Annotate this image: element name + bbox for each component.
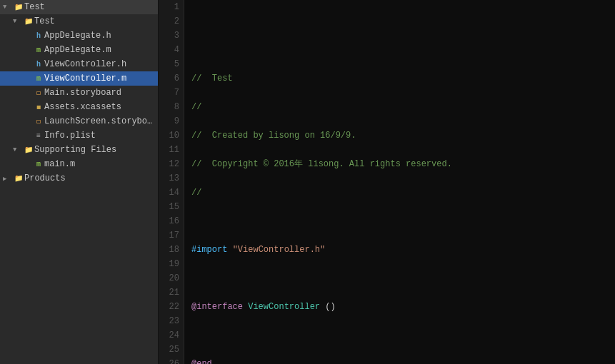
sidebar-item-label: AppDelegate.m	[44, 45, 155, 55]
line-num-10: 10	[159, 128, 179, 143]
line-num-2: 2	[159, 14, 179, 29]
line-num-14: 14	[159, 186, 179, 200]
storyboard-file-icon: ◻	[33, 89, 44, 97]
sidebar-item-products[interactable]: ▶ 📁 Products	[0, 171, 158, 186]
sidebar-item-main-storyboard[interactable]: ◻ Main.storyboard	[0, 86, 158, 100]
line-num-24: 24	[159, 328, 179, 343]
sidebar-item-viewcontroller-h[interactable]: h ViewController.h	[0, 57, 158, 71]
plain-token	[227, 245, 232, 255]
sidebar-item-label: AppDelegate.h	[44, 31, 155, 41]
line-num-1: 1	[159, 0, 179, 14]
sidebar-item-label: Supporting Files	[34, 145, 155, 155]
code-line-5: // Created by lisong on 16/9/9.	[191, 128, 615, 143]
file-tree[interactable]: ▼ 📁 Test ▼ 📁 Test h AppDelegate.h m AppD…	[0, 0, 159, 364]
arrow-icon: ▼	[13, 146, 23, 153]
line-numbers: 1 2 3 4 5 6 7 8 9 10 11 12 13 14 15 16 1…	[159, 0, 184, 364]
sidebar-item-label: Assets.xcassets	[44, 102, 155, 112]
arrow-icon: ▼	[3, 4, 13, 11]
sidebar-item-test-root[interactable]: ▼ 📁 Test	[0, 0, 158, 14]
folder-icon: 📁	[23, 146, 34, 154]
storyboard-file-icon: ◻	[33, 117, 44, 126]
keyword-token: @interface	[191, 302, 243, 312]
string-token: "ViewController.h"	[233, 245, 326, 255]
folder-icon: 📁	[13, 174, 24, 183]
code-line-11: @interface ViewController ()	[191, 300, 615, 314]
line-num-4: 4	[159, 43, 179, 57]
line-num-8: 8	[159, 100, 179, 114]
line-num-6: 6	[159, 71, 179, 86]
line-num-20: 20	[159, 271, 179, 285]
comment-token: // Test	[191, 74, 233, 84]
sidebar-item-label: Info.plist	[44, 131, 155, 141]
folder-icon: 📁	[13, 3, 24, 11]
comment-token: // Copyright © 2016年 lisong. All rights …	[191, 159, 452, 169]
code-text[interactable]: // Test // // Created by lisong on 16/9/…	[184, 0, 615, 364]
plain-token: ()	[320, 302, 336, 312]
line-num-22: 22	[159, 300, 179, 314]
line-num-12: 12	[159, 157, 179, 171]
sidebar-item-label: Main.storyboard	[44, 88, 155, 98]
sidebar-item-appdelegate-m[interactable]: m AppDelegate.m	[0, 43, 158, 57]
sidebar-item-label: main.m	[44, 159, 155, 169]
sidebar-item-label: LaunchScreen.storyboard	[44, 116, 155, 126]
line-num-19: 19	[159, 257, 179, 271]
m-file-icon: m	[33, 46, 44, 54]
preproc-token: #import	[191, 245, 227, 255]
sidebar-item-main-m[interactable]: m main.m	[0, 157, 158, 171]
line-num-11: 11	[159, 143, 179, 157]
line-num-7: 7	[159, 86, 179, 100]
code-line-3: // Test	[191, 71, 615, 86]
plist-file-icon: ≡	[33, 132, 44, 140]
line-num-9: 9	[159, 114, 179, 128]
keyword-token: @end	[191, 359, 212, 364]
comment-token: //	[191, 102, 201, 112]
sidebar-item-info-plist[interactable]: ≡ Info.plist	[0, 128, 158, 143]
sidebar-item-label: Test	[24, 2, 155, 12]
sidebar-item-assets[interactable]: ◼ Assets.xcassets	[0, 100, 158, 114]
sidebar-item-label: ViewController.h	[44, 59, 155, 69]
code-editor[interactable]: 1 2 3 4 5 6 7 8 9 10 11 12 13 14 15 16 1…	[159, 0, 615, 364]
folder-icon: 📁	[23, 17, 34, 26]
m-file-icon: m	[33, 161, 44, 168]
line-num-17: 17	[159, 228, 179, 243]
code-line-9: #import "ViewController.h"	[191, 243, 615, 257]
type-token: ViewController	[248, 302, 320, 312]
sidebar-item-launchscreen[interactable]: ◻ LaunchScreen.storyboard	[0, 114, 158, 128]
line-num-26: 26	[159, 357, 179, 364]
line-num-3: 3	[159, 29, 179, 43]
line-num-5: 5	[159, 57, 179, 71]
code-line-12	[191, 328, 615, 343]
comment-token: //	[191, 188, 201, 198]
arrow-icon: ▶	[3, 175, 13, 183]
h-file-icon: h	[33, 61, 44, 69]
code-line-8	[191, 214, 615, 228]
xcassets-file-icon: ◼	[33, 103, 44, 111]
sidebar-item-label: Test	[34, 16, 155, 26]
sidebar-item-label: Products	[24, 173, 155, 183]
line-num-25: 25	[159, 343, 179, 357]
code-line-13: @end	[191, 357, 615, 364]
code-line-7: //	[191, 186, 615, 200]
code-line-4: //	[191, 100, 615, 114]
line-num-16: 16	[159, 214, 179, 228]
line-num-23: 23	[159, 314, 179, 328]
code-line-10	[191, 271, 615, 285]
comment-token: // Created by lisong on 16/9/9.	[191, 131, 356, 141]
m-file-icon: m	[33, 75, 44, 83]
sidebar-item-viewcontroller-m[interactable]: m ViewController.m	[0, 71, 158, 86]
line-num-13: 13	[159, 171, 179, 186]
line-num-15: 15	[159, 200, 179, 214]
code-line-2	[191, 43, 615, 57]
h-file-icon: h	[33, 32, 44, 40]
sidebar-item-test-sub[interactable]: ▼ 📁 Test	[0, 14, 158, 29]
sidebar-item-label: ViewController.m	[44, 74, 155, 84]
line-num-21: 21	[159, 285, 179, 300]
arrow-icon: ▼	[13, 18, 23, 25]
line-num-18: 18	[159, 243, 179, 257]
sidebar-item-appdelegate-h[interactable]: h AppDelegate.h	[0, 29, 158, 43]
code-line-1	[191, 14, 615, 29]
sidebar-item-supporting-files[interactable]: ▼ 📁 Supporting Files	[0, 143, 158, 157]
code-line-6: // Copyright © 2016年 lisong. All rights …	[191, 157, 615, 171]
